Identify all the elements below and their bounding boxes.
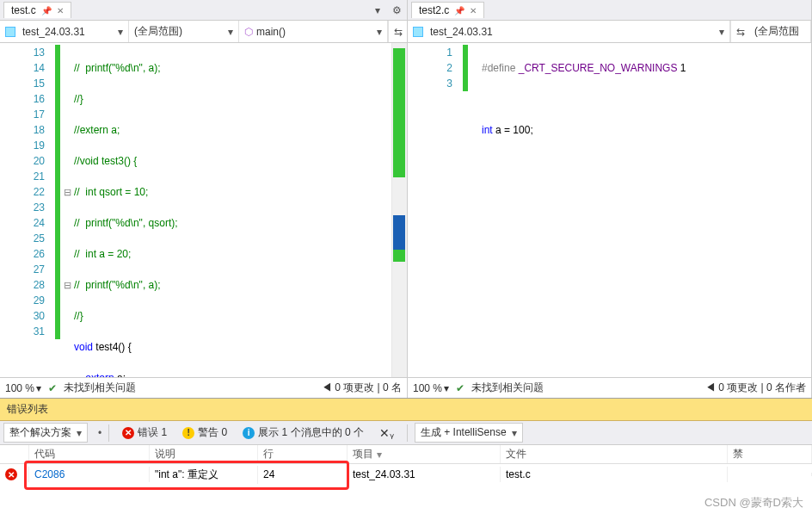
- error-project: test_24.03.31: [348, 467, 501, 482]
- clear-filter-button[interactable]: ✕ᵧ: [373, 424, 400, 443]
- status-changes: ◀ 0 项更改 | 0 名: [322, 381, 402, 395]
- chevron-down-icon: [228, 26, 233, 38]
- info-icon: i: [243, 427, 255, 439]
- col-line[interactable]: 行: [258, 445, 348, 463]
- status-bar: 100 % ✔ 未找到相关问题 ◀ 0 项更改 | 0 名作者: [408, 377, 811, 398]
- editor-pane-left: test.c 📌 ✕ ⚙ test_24.03.31 (全局范围) ⬡ main…: [0, 0, 408, 398]
- project-icon: [5, 27, 15, 37]
- status-msg: 未找到相关问题: [64, 381, 136, 395]
- chevron-down-icon: [118, 26, 123, 38]
- filter-clear-icon: ✕ᵧ: [379, 426, 394, 440]
- close-icon[interactable]: ✕: [470, 6, 477, 15]
- function-selector[interactable]: ⬡ main(): [239, 21, 388, 42]
- gear-icon[interactable]: ⚙: [387, 4, 407, 16]
- col-file[interactable]: 文件: [501, 445, 728, 463]
- editor-pane-right: test2.c 📌 ✕ test_24.03.31 ⇆ (全局范围 123: [408, 0, 812, 398]
- zoom-selector[interactable]: 100 %: [413, 382, 449, 394]
- zoom-selector[interactable]: 100 %: [5, 382, 41, 394]
- status-msg: 未找到相关问题: [471, 381, 544, 395]
- error-file: test.c: [501, 467, 728, 482]
- watermark: CSDN @蒙奇D索大: [704, 495, 803, 511]
- col-suppress[interactable]: 禁: [728, 445, 812, 463]
- project-icon: [413, 27, 423, 37]
- error-code: C2086: [29, 467, 150, 482]
- pin-icon[interactable]: 📌: [454, 6, 464, 15]
- col-project[interactable]: 项目 ▾: [348, 445, 501, 463]
- status-bar: 100 % ✔ 未找到相关问题 ◀ 0 项更改 | 0 名: [0, 377, 407, 398]
- code-content[interactable]: #define _CRT_SECURE_NO_WARNINGS 1 int a …: [482, 43, 811, 377]
- scope-selector[interactable]: (全局范围: [749, 21, 811, 42]
- tab-bar: test.c 📌 ✕ ⚙: [0, 0, 407, 21]
- scope-dropdown[interactable]: 整个解决方案: [3, 423, 88, 443]
- func-icon: ⬡: [244, 26, 253, 38]
- pin-icon[interactable]: 📌: [41, 6, 52, 15]
- code-content[interactable]: // printf("%d\n", a); //} //extern a; //…: [74, 43, 391, 377]
- grid-header[interactable]: 代码 说明 行 项目 ▾ 文件 禁: [0, 445, 812, 464]
- warnings-filter[interactable]: ! 警告 0: [176, 423, 233, 443]
- status-changes: ◀ 0 项更改 | 0 名作者: [705, 381, 806, 395]
- code-editor[interactable]: 123 #define _CRT_SECURE_NO_WARNINGS 1 in…: [408, 43, 811, 377]
- col-desc[interactable]: 说明: [150, 445, 258, 463]
- error-icon: ✕: [122, 427, 134, 439]
- scope-selector[interactable]: (全局范围): [129, 21, 239, 42]
- error-row[interactable]: ✕ C2086 "int a": 重定义 24 test_24.03.31 te…: [0, 464, 812, 485]
- chevron-down-icon: [377, 26, 382, 38]
- chevron-down-icon: [719, 26, 724, 38]
- nav-bar: test_24.03.31 ⇆ (全局范围: [408, 21, 811, 43]
- tab-bar: test2.c 📌 ✕: [408, 0, 811, 21]
- tab-label: test2.c: [419, 4, 449, 16]
- file-tab-test-c[interactable]: test.c 📌 ✕: [3, 2, 71, 18]
- project-selector[interactable]: test_24.03.31: [408, 21, 730, 42]
- nav-bar: test_24.03.31 (全局范围) ⬡ main() ⇆: [0, 21, 407, 43]
- error-toolbar: 整个解决方案 • ✕ 错误 1 ! 警告 0 i 展示 1 个消息中的 0 个 …: [0, 421, 812, 445]
- col-code[interactable]: 代码: [29, 445, 150, 463]
- close-icon[interactable]: ✕: [57, 6, 64, 15]
- panel-title: 错误列表: [0, 399, 812, 421]
- line-gutter: 123: [408, 43, 463, 377]
- split-icon[interactable]: ⇆: [388, 21, 407, 42]
- error-list-panel: 错误列表 整个解决方案 • ✕ 错误 1 ! 警告 0 i 展示 1 个消息中的…: [0, 398, 812, 514]
- messages-filter[interactable]: i 展示 1 个消息中的 0 个: [237, 423, 370, 443]
- fold-column[interactable]: ⊟⊟: [60, 43, 74, 377]
- error-line: 24: [258, 467, 348, 482]
- tab-dropdown-icon[interactable]: [370, 4, 385, 16]
- scrollbar[interactable]: [391, 43, 407, 377]
- tab-label: test.c: [11, 4, 36, 16]
- split-icon[interactable]: ⇆: [730, 21, 749, 42]
- errors-filter[interactable]: ✕ 错误 1: [116, 423, 173, 443]
- source-dropdown[interactable]: 生成 + IntelliSense: [415, 423, 523, 443]
- project-selector[interactable]: test_24.03.31: [0, 21, 129, 42]
- warning-icon: !: [182, 427, 194, 439]
- dropdown-icon[interactable]: •: [98, 427, 102, 439]
- line-gutter: 13141516171819202122232425262728293031: [0, 43, 55, 377]
- error-icon: ✕: [5, 468, 17, 480]
- code-editor[interactable]: 13141516171819202122232425262728293031 ⊟…: [0, 43, 407, 377]
- file-tab-test2-c[interactable]: test2.c 📌 ✕: [411, 2, 484, 18]
- error-grid: 代码 说明 行 项目 ▾ 文件 禁 ✕ C2086 "int a": 重定义 2…: [0, 445, 812, 514]
- ok-icon: ✔: [456, 382, 464, 394]
- ok-icon: ✔: [48, 382, 57, 394]
- fold-column[interactable]: [468, 43, 482, 377]
- error-desc: "int a": 重定义: [150, 466, 258, 484]
